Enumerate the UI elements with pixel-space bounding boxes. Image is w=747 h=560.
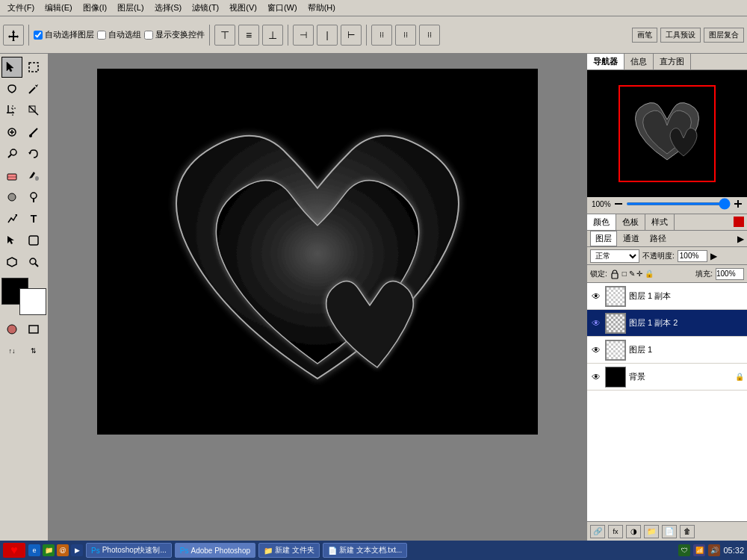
extra-tool1[interactable]: ↑↓ bbox=[1, 340, 22, 361]
distribute-btn3[interactable]: ⁞⁞ bbox=[419, 25, 440, 46]
pen-tool[interactable] bbox=[1, 208, 22, 229]
layer-visibility-toggle[interactable]: 👁 bbox=[590, 344, 602, 356]
magic-wand-tool[interactable] bbox=[23, 78, 44, 99]
svg-marker-4 bbox=[35, 84, 38, 87]
eraser-tool[interactable] bbox=[1, 165, 22, 186]
brush-panel-btn[interactable]: 画笔 bbox=[632, 28, 657, 43]
layer-visibility-toggle[interactable]: 👁 bbox=[590, 290, 602, 302]
layer-delete-btn[interactable]: 🗑 bbox=[680, 525, 695, 538]
tab-histogram[interactable]: 直方图 bbox=[654, 54, 691, 69]
move-tool[interactable] bbox=[1, 57, 22, 78]
taskbar-photoshop-main[interactable]: Ps Adobe Photoshop bbox=[175, 543, 255, 558]
layer-composite-btn[interactable]: 图层复合 bbox=[704, 28, 744, 43]
move-tool-btn[interactable] bbox=[3, 25, 24, 46]
slice-tool[interactable] bbox=[23, 100, 44, 121]
ie-icon[interactable]: e bbox=[28, 544, 40, 556]
opacity-arrow[interactable]: ▶ bbox=[710, 251, 717, 261]
align-vcenter-btn[interactable]: ≡ bbox=[238, 25, 259, 46]
shape-tool[interactable] bbox=[23, 230, 44, 251]
taskbar-photoshop-quick[interactable]: Ps Photoshop快速制... bbox=[86, 543, 172, 558]
tab-info[interactable]: 信息 bbox=[624, 54, 654, 69]
dodge-tool[interactable] bbox=[23, 187, 44, 208]
auto-select-layer-check[interactable]: 自动选择图层 bbox=[34, 29, 94, 40]
layers-menu-btn[interactable]: ▶ bbox=[737, 234, 744, 244]
layer-new-btn[interactable]: 📄 bbox=[662, 525, 677, 538]
brush-tool[interactable] bbox=[23, 122, 44, 143]
blend-mode-select[interactable]: 正常 溶解 正片叠底 bbox=[590, 249, 639, 263]
folder-icon[interactable]: 📁 bbox=[43, 544, 55, 556]
show-transform-checkbox[interactable] bbox=[144, 31, 153, 40]
menu-file[interactable]: 文件(F) bbox=[3, 1, 39, 15]
menu-select[interactable]: 选择(S) bbox=[150, 1, 187, 15]
volume-icon[interactable]: 🔊 bbox=[708, 544, 720, 556]
start-button[interactable]: ♥ bbox=[3, 543, 25, 558]
tab-channels[interactable]: 通道 bbox=[619, 231, 644, 246]
align-left-btn[interactable]: ⊣ bbox=[293, 25, 314, 46]
crop-tool[interactable] bbox=[1, 100, 22, 121]
auto-select-group-check[interactable]: 自动选组 bbox=[97, 29, 141, 40]
quick-mask-tool[interactable] bbox=[1, 319, 22, 340]
distribute-btn1[interactable]: ⁞⁞ bbox=[371, 25, 392, 46]
layer-visibility-toggle[interactable]: 👁 bbox=[590, 371, 602, 383]
distribute-btn2[interactable]: ⁞⁞ bbox=[395, 25, 416, 46]
screen-mode-tool[interactable] bbox=[23, 319, 44, 340]
zoom-in-icon[interactable] bbox=[734, 199, 743, 208]
layer-item[interactable]: 👁 图层 1 bbox=[587, 337, 747, 364]
lock-icon[interactable] bbox=[610, 269, 619, 279]
path-select-tool[interactable] bbox=[1, 230, 22, 251]
tab-navigator[interactable]: 导航器 bbox=[587, 54, 624, 69]
healing-brush-tool[interactable] bbox=[1, 122, 22, 143]
zoom-out-icon[interactable] bbox=[614, 199, 623, 208]
layer-link-btn[interactable]: 🔗 bbox=[590, 525, 605, 538]
auto-select-layer-checkbox[interactable] bbox=[34, 31, 43, 40]
svg-marker-16 bbox=[28, 152, 31, 155]
menu-edit[interactable]: 编辑(E) bbox=[40, 1, 77, 15]
tab-color[interactable]: 颜色 bbox=[587, 214, 616, 230]
taskbar-txt[interactable]: 📄 新建 文本文档.txt... bbox=[323, 543, 407, 558]
fill-input[interactable] bbox=[716, 268, 744, 280]
extra-tool2[interactable]: ⇅ bbox=[23, 340, 44, 361]
menu-filter[interactable]: 滤镜(T) bbox=[187, 1, 223, 15]
layer-item[interactable]: 👁 背景 🔒 bbox=[587, 364, 747, 391]
tab-layers[interactable]: 图层 bbox=[590, 231, 617, 246]
history-brush-tool[interactable] bbox=[23, 143, 44, 164]
layer-mask-btn[interactable]: ◑ bbox=[626, 525, 641, 538]
zoom-slider[interactable] bbox=[626, 202, 731, 205]
layers-footer: 🔗 fx ◑ 📁 📄 🗑 bbox=[587, 521, 747, 541]
taskbar-folder[interactable]: 📁 新建 文件夹 bbox=[258, 543, 320, 558]
fill-tool[interactable] bbox=[23, 165, 44, 186]
text-tool[interactable]: T bbox=[23, 208, 44, 229]
browser-icon[interactable]: @ bbox=[57, 544, 69, 556]
3d-tool[interactable] bbox=[1, 252, 22, 273]
opacity-input[interactable] bbox=[678, 250, 707, 262]
align-top-btn[interactable]: ⊤ bbox=[214, 25, 235, 46]
layer-fx-btn[interactable]: fx bbox=[608, 525, 623, 538]
antivirus-icon[interactable]: 🛡 bbox=[678, 544, 690, 556]
layer-item[interactable]: 👁 图层 1 副本 2 bbox=[587, 310, 747, 337]
layer-visibility-toggle[interactable]: 👁 bbox=[590, 317, 602, 329]
layer-item[interactable]: 👁 图层 1 副本 bbox=[587, 283, 747, 310]
tool-preset-btn[interactable]: 工具预设 bbox=[660, 28, 701, 43]
clone-stamp-tool[interactable] bbox=[1, 143, 22, 164]
menu-layer[interactable]: 图层(L) bbox=[113, 1, 148, 15]
show-transform-check[interactable]: 显示变换控件 bbox=[144, 29, 205, 40]
menu-image[interactable]: 图像(I) bbox=[78, 1, 111, 15]
lasso-tool[interactable] bbox=[1, 78, 22, 99]
background-color[interactable] bbox=[19, 288, 46, 315]
menu-help[interactable]: 帮助(H) bbox=[303, 1, 340, 15]
layer-group-btn[interactable]: 📁 bbox=[644, 525, 659, 538]
menu-view[interactable]: 视图(V) bbox=[225, 1, 261, 15]
menu-window[interactable]: 窗口(W) bbox=[263, 1, 302, 15]
align-bottom-btn[interactable]: ⊥ bbox=[262, 25, 283, 46]
tab-swatches[interactable]: 色板 bbox=[616, 214, 645, 230]
tab-styles[interactable]: 样式 bbox=[645, 214, 675, 230]
tab-paths[interactable]: 路径 bbox=[645, 231, 671, 246]
align-hcenter-btn[interactable]: | bbox=[317, 25, 338, 46]
blur-tool[interactable] bbox=[1, 187, 22, 208]
network-icon[interactable]: 📶 bbox=[693, 544, 705, 556]
media-icon[interactable]: ▶ bbox=[71, 544, 83, 556]
align-right-btn[interactable]: ⊢ bbox=[341, 25, 362, 46]
magnify-tool[interactable] bbox=[23, 252, 44, 273]
selection-tool[interactable] bbox=[23, 57, 44, 78]
auto-select-group-checkbox[interactable] bbox=[97, 31, 106, 40]
